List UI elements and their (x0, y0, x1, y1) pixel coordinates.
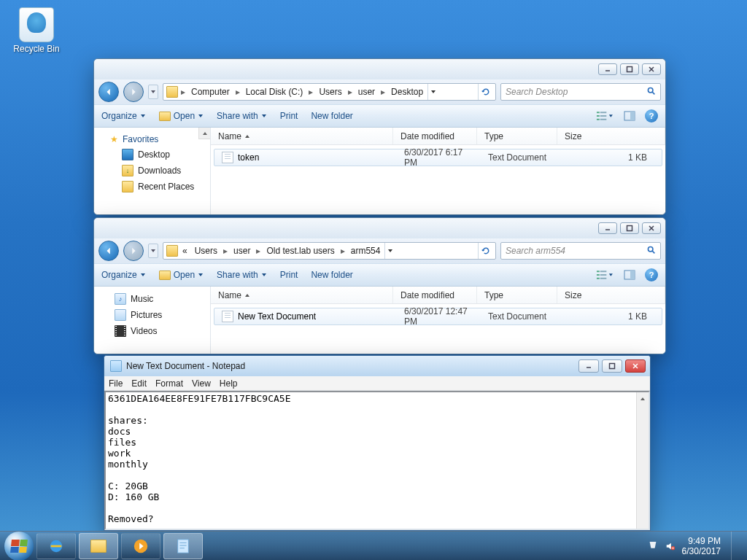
close-button[interactable] (625, 359, 646, 373)
back-button[interactable] (98, 82, 119, 102)
column-headers[interactable]: Name Date modified Type Size (211, 287, 665, 304)
scroll-up-icon[interactable] (637, 392, 649, 405)
close-button[interactable] (642, 63, 661, 75)
view-options-button[interactable] (595, 268, 614, 282)
notepad-window[interactable]: New Text Document - Notepad File Edit Fo… (104, 355, 651, 531)
col-type[interactable]: Type (477, 287, 557, 303)
close-button[interactable] (642, 222, 661, 234)
col-size[interactable]: Size (557, 128, 665, 144)
crumb-dropdown[interactable] (384, 243, 395, 259)
open-button[interactable]: Open (159, 111, 204, 121)
crumb-desktop[interactable]: Desktop (388, 87, 426, 97)
help-button[interactable]: ? (645, 268, 658, 281)
crumb-computer[interactable]: Computer (188, 87, 233, 97)
titlebar[interactable] (94, 59, 665, 79)
svg-rect-16 (597, 278, 600, 279)
svg-rect-14 (597, 274, 600, 276)
forward-button[interactable] (123, 241, 144, 261)
clock[interactable]: 9:49 PM 6/30/2017 (682, 536, 721, 556)
vertical-scrollbar[interactable] (636, 392, 649, 529)
sidebar-item-pictures[interactable]: Pictures (94, 307, 210, 323)
music-icon (115, 293, 126, 305)
show-desktop-button[interactable] (731, 532, 740, 561)
col-name[interactable]: Name (211, 128, 393, 144)
file-row[interactable]: token 6/30/2017 6:17 PM Text Document 1 … (214, 149, 662, 166)
recycle-bin[interactable]: Recycle Bin (11, 7, 62, 54)
sidebar-item-desktop[interactable]: Desktop (94, 147, 210, 163)
newfolder-button[interactable]: New folder (311, 111, 352, 121)
preview-pane-button[interactable] (620, 109, 639, 123)
favorites-header[interactable]: ★Favorites (94, 132, 210, 147)
system-tray: 9:49 PM 6/30/2017 (647, 532, 743, 561)
help-button[interactable]: ? (645, 109, 658, 122)
task-notepad[interactable] (163, 533, 203, 559)
file-row[interactable]: New Text Document 6/30/2017 12:47 PM Tex… (214, 308, 662, 325)
crumb-c[interactable]: Local Disk (C:) (243, 87, 306, 97)
minimize-button[interactable] (598, 63, 617, 75)
view-options-button[interactable] (595, 109, 614, 123)
titlebar[interactable]: New Text Document - Notepad (104, 356, 650, 376)
text-area[interactable]: 6361DEA164EE8FE91FE7B117FBC9CA5E shares:… (104, 391, 650, 530)
refresh-button[interactable] (478, 84, 492, 100)
folder-icon (90, 540, 107, 553)
sidebar-item-downloads[interactable]: Downloads (94, 163, 210, 179)
maximize-button[interactable] (620, 63, 639, 75)
open-button[interactable]: Open (159, 270, 204, 280)
sidebar-item-videos[interactable]: Videos (94, 323, 210, 339)
crumb-overflow[interactable]: « (179, 246, 190, 256)
maximize-button[interactable] (620, 222, 639, 234)
crumb-oldtest[interactable]: Old test.lab users (263, 246, 337, 256)
maximize-button[interactable] (602, 359, 622, 373)
col-date[interactable]: Date modified (393, 128, 477, 144)
preview-pane-button[interactable] (620, 268, 639, 282)
col-date[interactable]: Date modified (393, 287, 477, 303)
menu-file[interactable]: File (109, 378, 123, 389)
share-button[interactable]: Share with (217, 111, 267, 121)
task-ie[interactable] (36, 533, 76, 559)
action-center-icon[interactable] (647, 540, 659, 552)
breadcrumb[interactable]: ▸Computer ▸Local Disk (C:) ▸Users ▸user … (163, 83, 496, 101)
sidebar-scroll-up[interactable] (198, 128, 210, 139)
crumb-arm554[interactable]: arm554 (348, 246, 384, 256)
sidebar-item-recent[interactable]: Recent Places (94, 179, 210, 195)
column-headers[interactable]: Name Date modified Type Size (211, 128, 665, 145)
share-button[interactable]: Share with (217, 270, 267, 280)
file-list: Name Date modified Type Size New Text Do… (211, 287, 665, 354)
crumb-dropdown[interactable] (427, 84, 438, 100)
print-button[interactable]: Print (280, 270, 298, 280)
crumb-user[interactable]: user (231, 246, 253, 256)
volume-icon[interactable] (665, 540, 676, 552)
task-wmp[interactable] (121, 533, 160, 559)
menu-edit[interactable]: Edit (131, 378, 147, 389)
col-size[interactable]: Size (557, 287, 665, 303)
search-input[interactable]: Search Desktop (500, 83, 661, 101)
explorer-window-arm554[interactable]: « Users ▸user ▸Old test.lab users ▸arm55… (93, 217, 666, 354)
file-type: Text Document (481, 311, 561, 322)
forward-button[interactable] (123, 82, 144, 102)
menu-format[interactable]: Format (155, 378, 183, 389)
newfolder-button[interactable]: New folder (311, 270, 352, 280)
menu-help[interactable]: Help (220, 378, 238, 389)
nav-history-dropdown[interactable] (148, 85, 158, 99)
explorer-window-desktop[interactable]: ▸Computer ▸Local Disk (C:) ▸Users ▸user … (93, 58, 666, 215)
back-button[interactable] (98, 241, 119, 261)
breadcrumb[interactable]: « Users ▸user ▸Old test.lab users ▸arm55… (163, 242, 496, 260)
sidebar-item-music[interactable]: Music (94, 291, 210, 307)
search-input[interactable]: Search arm554 (500, 242, 661, 260)
task-explorer[interactable] (79, 533, 118, 559)
nav-history-dropdown[interactable] (148, 244, 158, 258)
crumb-users[interactable]: Users (192, 246, 220, 256)
minimize-button[interactable] (578, 359, 599, 373)
refresh-button[interactable] (478, 243, 492, 259)
menu-view[interactable]: View (192, 378, 211, 389)
print-button[interactable]: Print (280, 111, 298, 121)
titlebar[interactable] (94, 218, 665, 238)
minimize-button[interactable] (598, 222, 617, 234)
organize-button[interactable]: Organize (101, 111, 146, 121)
col-type[interactable]: Type (477, 128, 557, 144)
start-button[interactable] (4, 532, 34, 561)
organize-button[interactable]: Organize (101, 270, 146, 280)
crumb-user[interactable]: user (355, 87, 378, 97)
col-name[interactable]: Name (211, 287, 393, 303)
crumb-users[interactable]: Users (316, 87, 344, 97)
